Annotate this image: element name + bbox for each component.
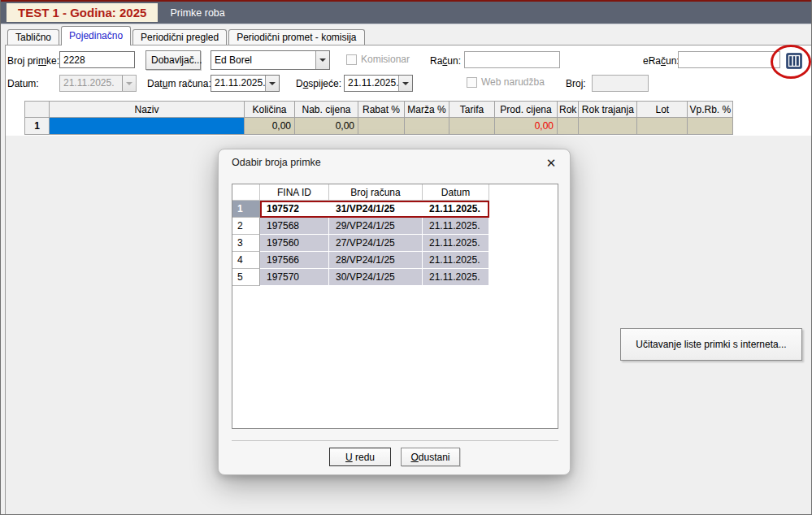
- datum-cell[interactable]: 21.11.2025.: [423, 252, 489, 269]
- col-rok[interactable]: Rok: [558, 102, 579, 118]
- web-narudzba-checkbox[interactable]: Web narudžba: [467, 76, 545, 88]
- tab-periodicni-promet-komisija[interactable]: Periodični promet - komisija: [228, 29, 364, 45]
- datum-racuna-value: 21.11.2025.: [211, 76, 265, 91]
- row-number[interactable]: 1: [232, 201, 260, 218]
- col-kolicina[interactable]: Količina: [245, 102, 295, 118]
- dospijece-value: 21.11.2025.: [345, 76, 398, 91]
- web-narudzba-label: Web narudžba: [481, 76, 545, 88]
- ok-button[interactable]: U redu: [329, 448, 391, 466]
- komisionar-checkbox[interactable]: Komisionar: [346, 54, 410, 65]
- col-rownum[interactable]: [232, 184, 260, 201]
- dropdown-arrow-icon: [122, 76, 136, 91]
- vprb-cell[interactable]: [688, 118, 733, 135]
- checkbox-box[interactable]: [346, 54, 357, 65]
- row-number[interactable]: 1: [25, 118, 50, 135]
- col-broj-racuna[interactable]: Broj računa: [329, 184, 423, 201]
- fina-id-cell[interactable]: 197570: [260, 269, 329, 286]
- dospijece-label: Dospijeće:: [296, 78, 341, 89]
- col-rownum[interactable]: [25, 102, 50, 118]
- broj-racuna-cell[interactable]: 28/VP24/1/25: [329, 252, 423, 269]
- dialog-grid-panel: FINA ID Broj računa Datum 1 197572 31/VP…: [232, 184, 558, 429]
- col-prod-cijena[interactable]: Prod. cijena: [495, 102, 558, 118]
- dialog-row-1[interactable]: 1 197572 31/VP24/1/25 21.11.2025.: [232, 201, 558, 218]
- items-table: Naziv Količina Nab. cijena Rabat % Marža…: [24, 101, 733, 135]
- broj-input: [592, 75, 649, 92]
- rok-trajanja-cell[interactable]: [579, 118, 637, 135]
- cancel-button[interactable]: Odustani: [401, 448, 460, 466]
- komisionar-label: Komisionar: [361, 54, 410, 65]
- eracun-input[interactable]: [678, 51, 780, 68]
- datum-racuna-combobox[interactable]: 21.11.2025.: [211, 75, 280, 92]
- window-title: Primke roba: [170, 7, 224, 19]
- col-fina-id[interactable]: FINA ID: [260, 184, 329, 201]
- lot-cell[interactable]: [637, 118, 688, 135]
- datum-value: 21.11.2025.: [60, 76, 122, 91]
- dobavljac-button[interactable]: Dobavljač...: [145, 50, 201, 70]
- prod-cijena-cell[interactable]: 0,00: [495, 118, 558, 135]
- fina-id-cell[interactable]: 197566: [260, 252, 329, 269]
- dialog-title: Odabir broja primke: [232, 157, 321, 168]
- tab-tablicno[interactable]: Tablično: [7, 29, 59, 45]
- app-window: TEST 1 - Godina: 2025 Primke roba Tablič…: [0, 0, 812, 515]
- rok-cell[interactable]: [558, 118, 579, 135]
- load-list-from-internet-button[interactable]: Učitavanje liste primki s interneta...: [620, 328, 802, 361]
- row-number[interactable]: 2: [232, 218, 260, 235]
- eracun-label: eRačun:: [643, 55, 680, 67]
- col-lot[interactable]: Lot: [637, 102, 688, 118]
- datum-cell[interactable]: 21.11.2025.: [423, 269, 489, 286]
- kolicina-cell[interactable]: 0,00: [245, 118, 295, 135]
- fina-id-cell[interactable]: 197568: [260, 218, 329, 235]
- close-icon[interactable]: ✕: [542, 154, 560, 172]
- nab-cijena-cell[interactable]: 0,00: [295, 118, 358, 135]
- dialog-row-5[interactable]: 5 197570 30/VP24/1/25 21.11.2025.: [232, 269, 558, 286]
- tab-pojedinacno[interactable]: Pojedinačno: [61, 26, 131, 45]
- col-vprb[interactable]: Vp.Rb. %: [688, 102, 733, 118]
- col-nab-cijena[interactable]: Nab. cijena: [295, 102, 358, 118]
- dialog-separator: [232, 440, 558, 441]
- marza-cell[interactable]: [405, 118, 449, 135]
- tarifa-cell[interactable]: [449, 118, 495, 135]
- fina-id-cell[interactable]: 197560: [260, 235, 329, 252]
- items-header-row: Naziv Količina Nab. cijena Rabat % Marža…: [25, 102, 733, 118]
- dobavljac-value: Ed Borel: [211, 51, 315, 69]
- tab-strip: Tablično Pojedinačno Periodični pregled …: [7, 26, 367, 45]
- dropdown-arrow-icon[interactable]: [398, 76, 412, 91]
- broj-label: Broj:: [566, 78, 586, 89]
- broj-racuna-cell[interactable]: 30/VP24/1/25: [329, 269, 423, 286]
- dialog-row-2[interactable]: 2 197568 29/VP24/1/25 21.11.2025.: [232, 218, 558, 235]
- datum-combobox: 21.11.2025.: [59, 75, 137, 92]
- rabat-cell[interactable]: [358, 118, 405, 135]
- datum-cell[interactable]: 21.11.2025.: [423, 201, 489, 218]
- col-naziv[interactable]: Naziv: [50, 102, 245, 118]
- dropdown-arrow-icon[interactable]: [315, 51, 329, 69]
- dialog-row-4[interactable]: 4 197566 28/VP24/1/25 21.11.2025.: [232, 252, 558, 269]
- checkbox-box[interactable]: [467, 77, 477, 88]
- row-number[interactable]: 5: [232, 269, 260, 286]
- naziv-cell-selected[interactable]: [50, 118, 245, 135]
- datum-cell[interactable]: 21.11.2025.: [423, 218, 489, 235]
- racun-input[interactable]: [464, 51, 560, 68]
- broj-racuna-cell[interactable]: 27/VP24/1/25: [329, 235, 423, 252]
- columns-view-icon[interactable]: [786, 53, 802, 72]
- row-number[interactable]: 4: [232, 252, 260, 269]
- col-datum[interactable]: Datum: [423, 184, 489, 201]
- row-number[interactable]: 3: [232, 235, 260, 252]
- dialog-header-row: FINA ID Broj računa Datum: [232, 184, 558, 201]
- dropdown-arrow-icon[interactable]: [265, 76, 279, 91]
- company-year-badge: TEST 1 - Godina: 2025: [7, 3, 158, 22]
- dobavljac-combobox[interactable]: Ed Borel: [211, 50, 330, 70]
- dialog-row-3[interactable]: 3 197560 27/VP24/1/25 21.11.2025.: [232, 235, 558, 252]
- datum-cell[interactable]: 21.11.2025.: [423, 235, 489, 252]
- col-rabat[interactable]: Rabat %: [358, 102, 405, 118]
- fina-id-cell[interactable]: 197572: [260, 201, 329, 218]
- broj-primke-input[interactable]: [59, 51, 135, 68]
- col-tarifa[interactable]: Tarifa: [449, 102, 495, 118]
- tab-periodicni-pregled[interactable]: Periodični pregled: [132, 29, 227, 45]
- dospijece-combobox[interactable]: 21.11.2025.: [344, 75, 413, 92]
- col-rok-trajanja[interactable]: Rok trajanja: [579, 102, 637, 118]
- broj-racuna-cell[interactable]: 31/VP24/1/25: [329, 201, 423, 218]
- broj-racuna-cell[interactable]: 29/VP24/1/25: [329, 218, 423, 235]
- dialog-rows: 1 197572 31/VP24/1/25 21.11.2025. 2 1975…: [232, 201, 558, 286]
- broj-primke-label: Broj primke:: [7, 55, 59, 67]
- col-marza[interactable]: Marža %: [405, 102, 449, 118]
